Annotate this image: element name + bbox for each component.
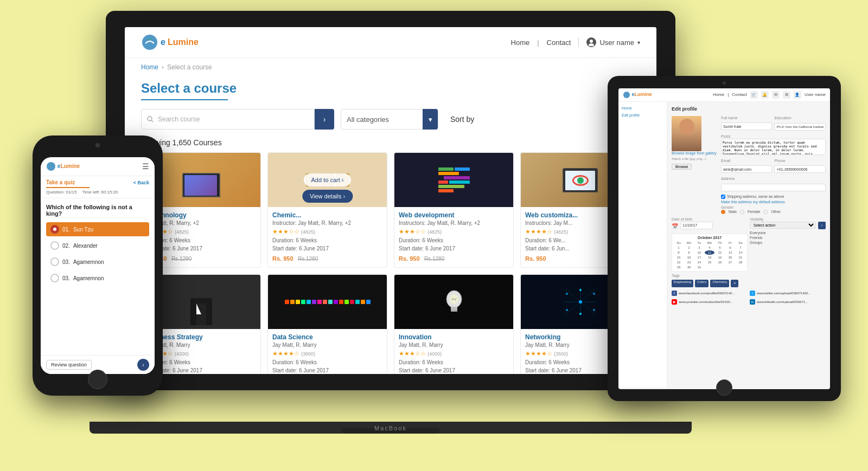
cal-21[interactable]: 21	[736, 255, 745, 260]
visibility-option-3[interactable]: Groups	[750, 241, 826, 244]
dob-label: Date of birth	[672, 217, 748, 221]
cal-31[interactable]: 31	[694, 265, 704, 269]
course-card-6[interactable]: Data Science Jay Matt, R. Marry ★★★★☆ (3…	[267, 274, 387, 374]
tablet-notification-icon[interactable]: 🔔	[761, 91, 769, 99]
tablet-cart-icon[interactable]: 🛒	[750, 91, 758, 99]
education-input[interactable]	[774, 123, 826, 131]
tablet-logo-name: Lumine	[635, 92, 652, 97]
tablet-settings-icon[interactable]: ⚙	[783, 91, 790, 99]
phone-option-2[interactable]: 02. Alexander	[46, 238, 149, 253]
nav-home-link[interactable]: Home	[511, 38, 530, 47]
cal-26[interactable]: 26	[715, 260, 725, 264]
gender-male-radio[interactable]	[721, 210, 725, 214]
phone-next-button[interactable]: ›	[137, 359, 149, 371]
cal-22[interactable]: 22	[674, 260, 684, 264]
phone-option-3[interactable]: 03. Agamemnon	[46, 255, 149, 269]
cal-24[interactable]: 24	[694, 260, 704, 264]
cal-grid: Su Mo Tu We Th Fr Sa 1 2 3	[674, 241, 745, 269]
laptop-logo: eLumine	[141, 34, 199, 51]
same-address-check[interactable]	[721, 195, 725, 199]
dob-input[interactable]	[680, 222, 713, 229]
linkedin-link[interactable]: in www.linkedin.com/upload/039371...	[750, 299, 826, 305]
profile-top-section: Browse image from gallery Attach a file …	[672, 116, 826, 214]
cal-2[interactable]: 2	[684, 246, 694, 250]
phone-back-button[interactable]: < Back	[133, 180, 149, 185]
cal-19[interactable]: 19	[715, 255, 725, 260]
cal-13[interactable]: 13	[725, 250, 735, 255]
cal-3[interactable]: 3	[694, 246, 704, 250]
facebook-link[interactable]: f www.facebook.com/profile/00937140...	[672, 291, 748, 296]
search-button[interactable]: ›	[315, 109, 334, 130]
email-input[interactable]	[721, 165, 773, 173]
gender-other-radio[interactable]	[763, 210, 768, 214]
cal-1[interactable]: 1	[674, 246, 684, 250]
visibility-option-2[interactable]: Friends	[750, 236, 826, 240]
cal-5[interactable]: 5	[715, 246, 725, 250]
cal-20[interactable]: 20	[725, 255, 735, 260]
cal-17[interactable]: 17	[694, 255, 704, 260]
cal-7[interactable]: 7	[736, 246, 745, 250]
use-address-link[interactable]: Make this address my default address	[721, 200, 826, 204]
visibility-select[interactable]: Select action Everyone Friends Groups	[750, 222, 816, 229]
tablet-user-icon[interactable]: 👤	[794, 91, 801, 99]
add-to-cart-btn[interactable]: Add to cart ›	[304, 173, 352, 186]
cal-29[interactable]: 29	[674, 265, 684, 269]
tablet-device: eLumine Home | Contact 🛒 🔔 ✉ ⚙ 👤 User na…	[608, 76, 841, 401]
cal-8[interactable]: 8	[674, 250, 684, 255]
cal-12[interactable]: 12	[715, 250, 725, 255]
youtube-link[interactable]: ▶ www.youtube.com/subscribe/01019...	[672, 299, 748, 305]
course-card-2[interactable]: E A A Add to cart › View details › Chemi…	[267, 152, 387, 268]
visibility-submit-btn[interactable]: ›	[818, 222, 826, 229]
tablet-contact-link[interactable]: Contact	[732, 92, 747, 97]
phone-home-button[interactable]	[88, 370, 107, 389]
search-input-wrapper[interactable]: Search course	[141, 109, 315, 130]
cal-6[interactable]: 6	[725, 246, 735, 250]
address-input[interactable]	[721, 184, 826, 191]
cal-14[interactable]: 14	[736, 250, 745, 255]
cal-25[interactable]: 25	[705, 260, 714, 264]
cal-18[interactable]: 18	[705, 255, 714, 260]
cal-month-label: October 2017	[674, 236, 745, 240]
network-icon	[559, 286, 602, 318]
card-price-row-2: Rs. 950 Rs.1280	[272, 253, 382, 263]
tablet-home-button[interactable]	[716, 379, 732, 396]
breadcrumb-home[interactable]: Home	[141, 63, 158, 71]
username-label: User name	[599, 38, 634, 47]
fullname-input[interactable]	[721, 122, 773, 130]
cal-15[interactable]: 15	[674, 255, 684, 260]
add-tag-btn[interactable]: +	[731, 280, 738, 287]
phone-menu-icon[interactable]: ☰	[142, 162, 149, 171]
cal-10[interactable]: 10	[694, 250, 704, 255]
browse-button[interactable]: Browse	[672, 164, 692, 170]
cal-day-mo: Mo	[684, 241, 694, 245]
phone-input[interactable]	[774, 165, 826, 173]
nav-contact-link[interactable]: Contact	[547, 38, 571, 47]
cal-4[interactable]: 4	[705, 246, 714, 250]
tablet-message-icon[interactable]: ✉	[772, 91, 780, 99]
card-body-2: Chemic... Instructor: Jay Matt, R. Marry…	[268, 207, 387, 267]
gender-female-radio[interactable]	[740, 210, 744, 214]
phone-option-4-radio	[50, 274, 59, 282]
course-card-3[interactable]: Web development Instructors: Jay Matt, R…	[394, 152, 514, 268]
category-select[interactable]: All categories ▾	[341, 109, 438, 130]
phone-option-4[interactable]: 03. Agamemnon	[46, 271, 149, 285]
cal-30[interactable]: 30	[684, 265, 694, 269]
visibility-option-1[interactable]: Everyone	[750, 231, 826, 235]
cal-9[interactable]: 9	[684, 250, 694, 255]
phone-review-button[interactable]: Review question	[46, 360, 92, 370]
cal-23[interactable]: 23	[684, 260, 694, 264]
cal-28[interactable]: 28	[736, 260, 745, 264]
cal-27[interactable]: 27	[725, 260, 735, 264]
tags-label: Tags	[672, 274, 826, 278]
view-details-btn[interactable]: View details ›	[302, 190, 353, 203]
sidebar-profile-link[interactable]: Edit profile	[622, 113, 663, 117]
course-card-7[interactable]: Innovation Jay Matt, R. Marry ★★★☆☆ (400…	[394, 274, 514, 374]
bio-textarea[interactable]: Purus lorem eu gravida dictum, tortor qu…	[721, 139, 826, 155]
phone-option-1[interactable]: 01. Sun Tzu	[46, 222, 149, 236]
cal-16[interactable]: 16	[684, 255, 694, 260]
cal-11-today[interactable]: 11	[705, 250, 714, 255]
user-menu[interactable]: User name ▾	[578, 37, 640, 47]
twitter-link[interactable]: t www.twitter.com/upload/039371402...	[750, 291, 826, 296]
sidebar-home-link[interactable]: Home	[622, 106, 663, 110]
tablet-home-link[interactable]: Home	[713, 92, 724, 97]
